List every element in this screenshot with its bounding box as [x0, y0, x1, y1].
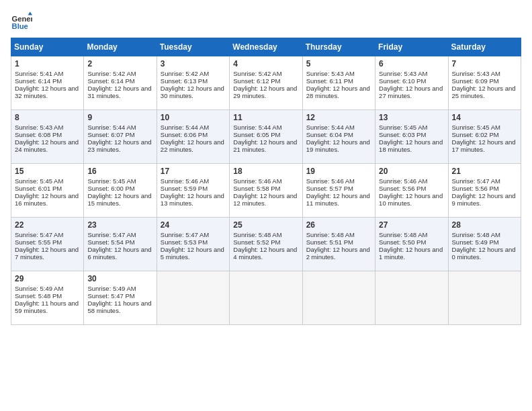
- daylight-label: Daylight: 12 hours and 10 minutes.: [379, 192, 443, 207]
- daylight-label: Daylight: 12 hours and 0 minutes.: [452, 246, 516, 261]
- sunset-label: Sunset: 5:51 PM: [306, 238, 353, 246]
- daylight-label: Daylight: 12 hours and 1 minute.: [379, 246, 443, 261]
- sunset-label: Sunset: 5:49 PM: [452, 238, 499, 246]
- daylight-label: Daylight: 12 hours and 23 minutes.: [87, 138, 151, 153]
- table-row: 12Sunrise: 5:44 AMSunset: 6:04 PMDayligh…: [302, 110, 375, 164]
- day-number: 14: [452, 113, 517, 122]
- sunrise-label: Sunrise: 5:48 AM: [306, 231, 355, 238]
- daylight-label: Daylight: 11 hours and 59 minutes.: [15, 300, 79, 314]
- daylight-label: Daylight: 12 hours and 29 minutes.: [233, 85, 297, 99]
- sunset-label: Sunset: 5:56 PM: [379, 185, 426, 192]
- sunset-label: Sunset: 6:12 PM: [233, 77, 280, 85]
- sunrise-label: Sunrise: 5:48 AM: [233, 231, 281, 238]
- col-header-wednesday: Wednesday: [230, 38, 302, 56]
- svg-text:General: General: [12, 15, 32, 23]
- table-row: 24Sunrise: 5:47 AMSunset: 5:53 PMDayligh…: [157, 218, 229, 271]
- sunrise-label: Sunrise: 5:49 AM: [15, 285, 63, 292]
- sunset-label: Sunset: 6:10 PM: [379, 77, 426, 85]
- sunrise-label: Sunrise: 5:43 AM: [306, 70, 355, 77]
- sunset-label: Sunset: 6:05 PM: [233, 131, 280, 138]
- col-header-thursday: Thursday: [302, 38, 375, 56]
- table-row: 1Sunrise: 5:41 AMSunset: 6:14 PMDaylight…: [11, 56, 84, 110]
- table-row: 5Sunrise: 5:43 AMSunset: 6:11 PMDaylight…: [302, 56, 375, 110]
- table-row: 11Sunrise: 5:44 AMSunset: 6:05 PMDayligh…: [230, 110, 302, 164]
- table-row: 27Sunrise: 5:48 AMSunset: 5:50 PMDayligh…: [375, 218, 448, 271]
- table-row: 13Sunrise: 5:45 AMSunset: 6:03 PMDayligh…: [375, 110, 448, 164]
- daylight-label: Daylight: 12 hours and 32 minutes.: [15, 85, 79, 99]
- day-number: 1: [15, 59, 80, 68]
- day-number: 26: [306, 220, 371, 230]
- sunrise-label: Sunrise: 5:46 AM: [233, 177, 281, 185]
- daylight-label: Daylight: 12 hours and 17 minutes.: [452, 138, 516, 153]
- table-row: 18Sunrise: 5:46 AMSunset: 5:58 PMDayligh…: [230, 164, 302, 218]
- col-header-sunday: Sunday: [11, 38, 84, 56]
- sunset-label: Sunset: 6:04 PM: [306, 131, 353, 138]
- sunrise-label: Sunrise: 5:47 AM: [452, 177, 500, 185]
- sunrise-label: Sunrise: 5:47 AM: [161, 231, 209, 238]
- day-number: 17: [161, 167, 226, 176]
- table-row: 22Sunrise: 5:47 AMSunset: 5:55 PMDayligh…: [11, 218, 84, 271]
- sunrise-label: Sunrise: 5:45 AM: [379, 124, 427, 131]
- svg-marker-2: [28, 12, 32, 15]
- day-number: 22: [15, 220, 80, 230]
- sunset-label: Sunset: 6:11 PM: [306, 77, 353, 85]
- sunset-label: Sunset: 6:14 PM: [15, 77, 62, 85]
- sunset-label: Sunset: 6:01 PM: [15, 185, 62, 192]
- day-number: 8: [15, 113, 80, 122]
- sunset-label: Sunset: 5:57 PM: [306, 185, 353, 192]
- day-number: 9: [87, 113, 152, 122]
- sunset-label: Sunset: 5:59 PM: [161, 185, 208, 192]
- table-row: [157, 271, 229, 325]
- sunset-label: Sunset: 6:14 PM: [87, 77, 134, 85]
- table-row: 28Sunrise: 5:48 AMSunset: 5:49 PMDayligh…: [448, 218, 521, 271]
- svg-text:Blue: Blue: [12, 22, 28, 30]
- table-row: 29Sunrise: 5:49 AMSunset: 5:48 PMDayligh…: [11, 271, 84, 325]
- sunrise-label: Sunrise: 5:46 AM: [161, 177, 209, 185]
- sunset-label: Sunset: 5:54 PM: [87, 238, 134, 246]
- table-row: 14Sunrise: 5:45 AMSunset: 6:02 PMDayligh…: [448, 110, 521, 164]
- col-header-monday: Monday: [84, 38, 157, 56]
- col-header-saturday: Saturday: [448, 38, 521, 56]
- sunset-label: Sunset: 5:48 PM: [15, 292, 62, 300]
- day-number: 23: [87, 220, 152, 230]
- day-number: 15: [15, 167, 80, 176]
- day-number: 12: [306, 113, 371, 122]
- daylight-label: Daylight: 12 hours and 11 minutes.: [306, 192, 370, 207]
- sunrise-label: Sunrise: 5:43 AM: [379, 70, 427, 77]
- table-row: 26Sunrise: 5:48 AMSunset: 5:51 PMDayligh…: [302, 218, 375, 271]
- table-row: 3Sunrise: 5:42 AMSunset: 6:13 PMDaylight…: [157, 56, 229, 110]
- table-row: 16Sunrise: 5:45 AMSunset: 6:00 PMDayligh…: [84, 164, 157, 218]
- day-number: 10: [161, 113, 226, 122]
- day-number: 25: [233, 220, 298, 230]
- sunset-label: Sunset: 6:09 PM: [452, 77, 499, 85]
- table-row: 6Sunrise: 5:43 AMSunset: 6:10 PMDaylight…: [375, 56, 448, 110]
- table-row: 8Sunrise: 5:43 AMSunset: 6:08 PMDaylight…: [11, 110, 84, 164]
- logo: General Blue: [11, 11, 35, 32]
- day-number: 28: [452, 220, 517, 230]
- table-row: 19Sunrise: 5:46 AMSunset: 5:57 PMDayligh…: [302, 164, 375, 218]
- day-number: 4: [233, 59, 298, 68]
- table-row: 9Sunrise: 5:44 AMSunset: 6:07 PMDaylight…: [84, 110, 157, 164]
- sunrise-label: Sunrise: 5:46 AM: [306, 177, 355, 185]
- day-number: 5: [306, 59, 371, 68]
- daylight-label: Daylight: 12 hours and 21 minutes.: [233, 138, 297, 153]
- sunset-label: Sunset: 6:00 PM: [87, 185, 134, 192]
- sunset-label: Sunset: 6:13 PM: [161, 77, 208, 85]
- daylight-label: Daylight: 12 hours and 28 minutes.: [306, 85, 370, 99]
- sunrise-label: Sunrise: 5:49 AM: [87, 285, 136, 292]
- sunrise-label: Sunrise: 5:47 AM: [15, 231, 63, 238]
- daylight-label: Daylight: 12 hours and 24 minutes.: [15, 138, 79, 153]
- sunset-label: Sunset: 6:02 PM: [452, 131, 499, 138]
- daylight-label: Daylight: 12 hours and 22 minutes.: [161, 138, 224, 153]
- day-number: 24: [161, 220, 226, 230]
- sunrise-label: Sunrise: 5:44 AM: [87, 124, 136, 131]
- table-row: 25Sunrise: 5:48 AMSunset: 5:52 PMDayligh…: [230, 218, 302, 271]
- sunrise-label: Sunrise: 5:42 AM: [233, 70, 281, 77]
- sunrise-label: Sunrise: 5:42 AM: [87, 70, 136, 77]
- daylight-label: Daylight: 12 hours and 19 minutes.: [306, 138, 370, 153]
- table-row: 10Sunrise: 5:44 AMSunset: 6:06 PMDayligh…: [157, 110, 229, 164]
- table-row: [375, 271, 448, 325]
- day-number: 20: [379, 167, 444, 176]
- daylight-label: Daylight: 12 hours and 25 minutes.: [452, 85, 516, 99]
- daylight-label: Daylight: 12 hours and 27 minutes.: [379, 85, 443, 99]
